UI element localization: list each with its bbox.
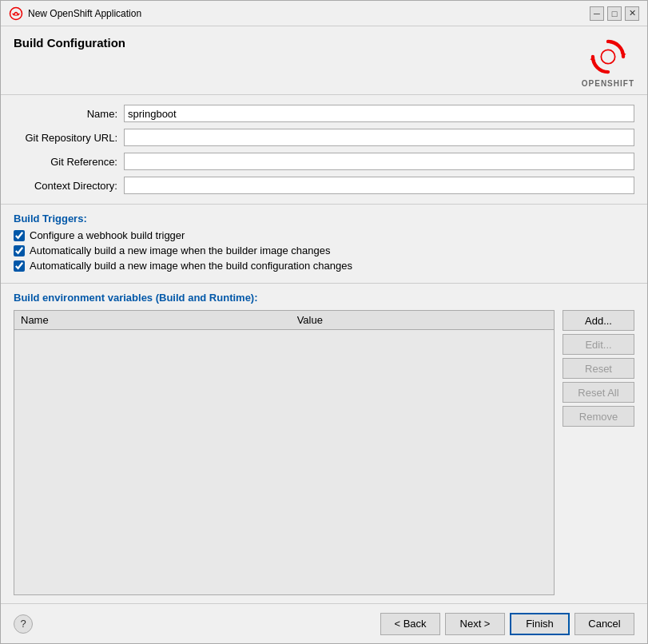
trigger-webhook-label: Configure a webhook build trigger (30, 229, 185, 241)
openshift-logo-icon (587, 36, 629, 78)
trigger-webhook-row: Configure a webhook build trigger (14, 229, 634, 241)
env-col-value: Value (291, 311, 554, 330)
env-body: Name Value Add... Edit... Reset Reset Al… (14, 310, 634, 595)
openshift-title-icon (9, 6, 23, 21)
help-button[interactable]: ? (14, 614, 33, 634)
title-bar-controls: ─ □ ✕ (590, 6, 639, 21)
env-buttons: Add... Edit... Reset Reset All Remove (563, 310, 634, 595)
name-label: Name: (14, 108, 117, 120)
reset-all-button[interactable]: Reset All (563, 382, 634, 403)
close-button[interactable]: ✕ (625, 6, 639, 21)
maximize-button[interactable]: □ (607, 6, 622, 21)
env-table-container: Name Value (14, 310, 555, 595)
git-ref-label: Git Reference: (14, 156, 117, 168)
page-title: Build Configuration (14, 36, 125, 50)
env-section: Build environment variables (Build and R… (1, 284, 647, 603)
name-row: Name: (14, 105, 634, 122)
git-ref-input[interactable] (124, 153, 634, 170)
name-input[interactable] (124, 105, 634, 122)
finish-button[interactable]: Finish (510, 613, 570, 635)
footer-left: ? (14, 614, 33, 634)
env-title: Build environment variables (Build and R… (14, 292, 634, 304)
next-button[interactable]: Next > (445, 613, 505, 635)
minimize-button[interactable]: ─ (590, 6, 604, 21)
footer: ? < Back Next > Finish Cancel (1, 603, 647, 643)
dialog-window: New OpenShift Application ─ □ ✕ Build Co… (0, 0, 648, 644)
triggers-section: Build Triggers: Configure a webhook buil… (1, 205, 647, 284)
title-bar-left: New OpenShift Application (9, 6, 141, 21)
trigger-config-label: Automatically build a new image when the… (30, 260, 352, 272)
triggers-title: Build Triggers: (14, 213, 634, 225)
trigger-builder-label: Automatically build a new image when the… (30, 244, 331, 256)
add-button[interactable]: Add... (563, 310, 634, 331)
trigger-builder-checkbox[interactable] (14, 245, 25, 256)
trigger-config-checkbox[interactable] (14, 260, 25, 272)
git-url-row: Git Repository URL: (14, 129, 634, 146)
footer-right: < Back Next > Finish Cancel (380, 613, 634, 635)
openshift-logo: OPENSHIFT (582, 36, 634, 88)
back-button[interactable]: < Back (380, 613, 440, 635)
header-section: Build Configuration OPENSHIFT (1, 26, 647, 95)
form-section: Name: Git Repository URL: Git Reference:… (1, 95, 647, 205)
trigger-config-row: Automatically build a new image when the… (14, 260, 634, 272)
env-table: Name Value (14, 311, 554, 330)
env-col-name: Name (14, 311, 291, 330)
dialog-content: Build Configuration OPENSHIFT (1, 26, 647, 603)
context-dir-input[interactable] (124, 177, 634, 194)
svg-point-3 (601, 50, 614, 63)
cancel-button[interactable]: Cancel (574, 613, 634, 635)
reset-button[interactable]: Reset (563, 358, 634, 379)
openshift-logo-text: OPENSHIFT (582, 79, 634, 88)
context-dir-label: Context Directory: (14, 180, 117, 192)
title-bar-title: New OpenShift Application (28, 8, 141, 19)
svg-point-0 (10, 7, 22, 19)
git-url-input[interactable] (124, 129, 634, 146)
git-url-label: Git Repository URL: (14, 132, 117, 144)
trigger-webhook-checkbox[interactable] (14, 230, 25, 241)
trigger-builder-row: Automatically build a new image when the… (14, 244, 634, 256)
remove-button[interactable]: Remove (563, 406, 634, 427)
context-dir-row: Context Directory: (14, 177, 634, 194)
edit-button[interactable]: Edit... (563, 334, 634, 355)
env-table-header-row: Name Value (14, 311, 554, 330)
git-ref-row: Git Reference: (14, 153, 634, 170)
title-bar: New OpenShift Application ─ □ ✕ (1, 1, 647, 26)
